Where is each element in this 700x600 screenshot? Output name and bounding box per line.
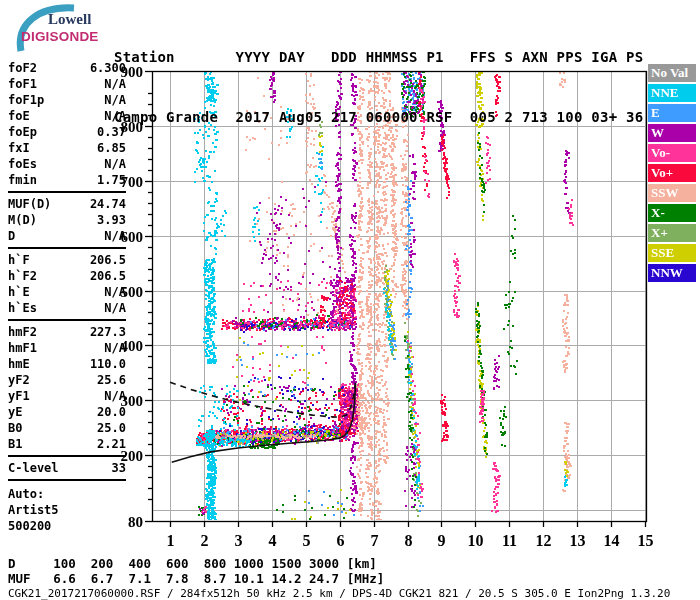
parameter-row: foF1N/A [8, 76, 126, 92]
legend-item: NNW [648, 264, 696, 282]
parameter-label: h`F2 [8, 268, 37, 284]
parameter-value: 20.0 [97, 404, 126, 420]
parameter-label: foF1 [8, 76, 37, 92]
legend-item: SSW [648, 184, 696, 202]
parameter-row: C-level33 [8, 460, 126, 476]
parameter-value: 6.300 [90, 60, 126, 76]
parameter-label: yF1 [8, 388, 30, 404]
panel-divider [8, 319, 126, 321]
parameter-value: N/A [104, 92, 126, 108]
parameter-label: foE [8, 108, 30, 124]
status-line: CGK21_2017217060000.RSF / 284fx512h 50 k… [8, 587, 670, 600]
parameter-label: MUF(D) [8, 196, 51, 212]
parameter-value: N/A [104, 388, 126, 404]
parameter-row: DN/A [8, 228, 126, 244]
lowell-digisonde-logo: Lowell DIGISONDE [8, 4, 120, 56]
parameter-row: foEp0.37 [8, 124, 126, 140]
legend-item: Vo+ [648, 164, 696, 182]
parameter-value: 206.5 [90, 268, 126, 284]
parameter-label: yF2 [8, 372, 30, 388]
distance-row: D 100 200 400 600 800 1000 1500 3000 [km… [8, 556, 377, 571]
parameter-value: 206.5 [90, 252, 126, 268]
autoscaling-line: 500200 [8, 518, 126, 534]
parameter-label: foEp [8, 124, 37, 140]
header-field-names: Station YYYY DAY DDD HHMMSS P1 FFS S AXN… [114, 47, 643, 67]
parameter-label: M(D) [8, 212, 37, 228]
parameter-row: foEsN/A [8, 156, 126, 172]
parameter-row: hmF2227.3 [8, 324, 126, 340]
parameter-label: B1 [8, 436, 22, 452]
parameter-label: h`E [8, 284, 30, 300]
parameter-label: B0 [8, 420, 22, 436]
parameter-label: fmin [8, 172, 37, 188]
parameter-row: foF1pN/A [8, 92, 126, 108]
legend-item: E [648, 104, 696, 122]
parameter-panel: foF26.300foF1N/AfoF1pN/AfoEN/AfoEp0.37fx… [8, 60, 126, 534]
autoscaling-line: Auto: [8, 486, 126, 502]
header-block: Station YYYY DAY DDD HHMMSS P1 FFS S AXN… [114, 7, 643, 147]
parameter-value: 24.74 [90, 196, 126, 212]
parameter-row: MUF(D)24.74 [8, 196, 126, 212]
parameter-value: 2.21 [97, 436, 126, 452]
panel-divider [8, 247, 126, 249]
parameter-value: N/A [104, 300, 126, 316]
parameter-label: hmF1 [8, 340, 37, 356]
parameter-label: fxI [8, 140, 30, 156]
parameter-label: C-level [8, 460, 59, 476]
parameter-value: 6.85 [97, 140, 126, 156]
parameter-row: h`F2206.5 [8, 268, 126, 284]
parameter-label: yE [8, 404, 22, 420]
panel-divider [8, 479, 126, 481]
parameter-value: N/A [104, 284, 126, 300]
parameter-row: yF225.6 [8, 372, 126, 388]
parameter-row: h`EN/A [8, 284, 126, 300]
parameter-value: N/A [104, 228, 126, 244]
parameter-row: fxI6.85 [8, 140, 126, 156]
autoscaling-line: Artist5 [8, 502, 126, 518]
parameter-value: 25.6 [97, 372, 126, 388]
parameter-row: foF26.300 [8, 60, 126, 76]
muf-row: MUF 6.6 6.7 7.1 7.8 8.7 10.1 14.2 24.7 [… [8, 571, 384, 586]
echo-type-legend: No ValNNEEWVo-Vo+SSWX-X+SSENNW [648, 64, 696, 284]
parameter-value: 227.3 [90, 324, 126, 340]
parameter-label: hmF2 [8, 324, 37, 340]
parameter-value: 1.75 [97, 172, 126, 188]
legend-item: SSE [648, 244, 696, 262]
parameter-label: foF1p [8, 92, 44, 108]
legend-item: No Val [648, 64, 696, 82]
parameter-row: M(D)3.93 [8, 212, 126, 228]
parameter-row: foEN/A [8, 108, 126, 124]
legend-item: W [648, 124, 696, 142]
parameter-label: hmE [8, 356, 30, 372]
parameter-row: hmF1N/A [8, 340, 126, 356]
parameter-label: foEs [8, 156, 37, 172]
autoscaling-block: Auto:Artist5500200 [8, 486, 126, 534]
parameter-value: 110.0 [90, 356, 126, 372]
parameter-row: B025.0 [8, 420, 126, 436]
parameter-row: B12.21 [8, 436, 126, 452]
parameter-row: yF1N/A [8, 388, 126, 404]
legend-item: X- [648, 204, 696, 222]
header-field-values: Campo Grande 2017 Aug05 217 060000 RSF 0… [114, 107, 643, 127]
parameter-row: fmin1.75 [8, 172, 126, 188]
parameter-value: 33 [112, 460, 126, 476]
parameter-row: yE20.0 [8, 404, 126, 420]
parameter-value: N/A [104, 340, 126, 356]
parameter-value: 0.37 [97, 124, 126, 140]
panel-divider [8, 191, 126, 193]
parameter-label: h`F [8, 252, 30, 268]
legend-item: NNE [648, 84, 696, 102]
logo-text-lowell: Lowell [48, 11, 91, 28]
legend-item: X+ [648, 224, 696, 242]
parameter-row: h`EsN/A [8, 300, 126, 316]
parameter-value: N/A [104, 108, 126, 124]
parameter-label: h`Es [8, 300, 37, 316]
parameter-row: hmE110.0 [8, 356, 126, 372]
parameter-label: D [8, 228, 15, 244]
parameter-label: foF2 [8, 60, 37, 76]
parameter-value: N/A [104, 156, 126, 172]
panel-divider [8, 455, 126, 457]
parameter-value: N/A [104, 76, 126, 92]
legend-item: Vo- [648, 144, 696, 162]
parameter-row: h`F206.5 [8, 252, 126, 268]
